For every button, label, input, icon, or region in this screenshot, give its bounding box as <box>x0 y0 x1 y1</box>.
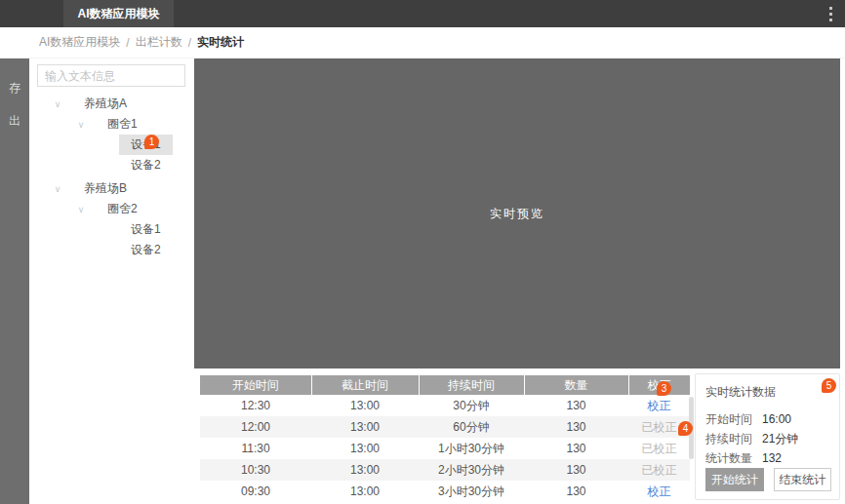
stats-table: 开始时间截止时间持续时间数量校正 12:3013:0030分钟130校正12:0… <box>200 375 690 502</box>
table-cell-correction: 已校正 <box>628 438 690 459</box>
table-cell: 130 <box>524 395 628 416</box>
stat-label: 持续时间 <box>705 431 752 447</box>
stats-panel-title: 实时统计数据 <box>705 384 831 401</box>
table-cell: 09:30 <box>200 481 311 502</box>
chevron-down-icon[interactable]: ∨ <box>51 184 64 194</box>
tree-node-label: 设备1 <box>119 219 173 240</box>
correct-link[interactable]: 校正 <box>648 399 671 412</box>
topbar: AI数猪应用模块 <box>0 0 845 27</box>
stat-row-count: 统计数量 132 <box>705 448 831 468</box>
table-row: 11:3013:001小时30分钟130已校正 <box>200 438 690 459</box>
tree-node-设备2[interactable]: 设备2 <box>29 240 194 260</box>
table-cell: 130 <box>524 481 628 502</box>
device-tree: ∨养殖场A∨圈舍1设备1设备2∨养殖场B∨圈舍2设备1设备2 <box>29 94 194 260</box>
table-cell: 13:00 <box>311 438 419 459</box>
live-preview-area: 实时预览 <box>194 58 840 368</box>
chevron-down-icon[interactable]: ∨ <box>74 120 88 130</box>
tree-node-养殖场A[interactable]: ∨养殖场A <box>29 94 194 114</box>
live-preview-label: 实时预览 <box>490 206 544 222</box>
table-cell: 1小时30分钟 <box>419 438 524 459</box>
annotation-badge-1: 1 <box>144 135 159 149</box>
table-cell-correction: 校正 <box>628 481 690 502</box>
tree-node-设备1[interactable]: 设备1 <box>29 219 194 240</box>
stat-row-start-time: 开始时间 16:00 <box>705 409 831 429</box>
stat-row-duration: 持续时间 21分钟 <box>705 429 831 448</box>
table-cell: 130 <box>524 459 628 481</box>
breadcrumb-separator: / <box>188 36 191 50</box>
left-rail: 存 出 <box>0 58 29 504</box>
tree-node-设备1[interactable]: 设备1 <box>29 135 194 155</box>
table-cell: 130 <box>524 438 628 459</box>
table-cell: 13:00 <box>311 416 419 438</box>
table-cell: 2小时30分钟 <box>419 459 524 481</box>
device-tree-panel: ∨养殖场A∨圈舍1设备1设备2∨养殖场B∨圈舍2设备1设备2 <box>29 58 194 504</box>
stat-value: 21分钟 <box>762 431 798 447</box>
table-row: 10:3013:002小时30分钟130已校正 <box>200 459 690 481</box>
annotation-badge-4: 4 <box>678 421 693 436</box>
breadcrumb-separator: / <box>126 36 129 50</box>
table-row: 09:3013:003小时30分钟130校正 <box>200 481 690 502</box>
tree-node-圈舍1[interactable]: ∨圈舍1 <box>29 114 194 135</box>
table-cell: 10:30 <box>200 459 311 481</box>
chevron-down-icon[interactable]: ∨ <box>74 205 88 214</box>
breadcrumb-item-current: 实时统计 <box>197 34 244 51</box>
stat-label: 开始时间 <box>705 411 752 428</box>
table-cell: 30分钟 <box>419 395 524 416</box>
tree-node-label: 设备2 <box>119 155 173 175</box>
table-header-cell: 截止时间 <box>311 375 419 395</box>
table-header-cell: 持续时间 <box>419 375 524 395</box>
tree-node-label: 圈舍2 <box>96 199 149 219</box>
tree-node-label: 养殖场A <box>72 94 139 114</box>
chevron-down-icon[interactable]: ∨ <box>51 99 64 109</box>
table-row: 12:3013:0030分钟130校正 <box>200 395 690 416</box>
tree-node-圈舍2[interactable]: ∨圈舍2 <box>29 199 194 219</box>
app-window: AI数猪应用模块 AI数猪应用模块 / 出栏计数 / 实时统计 存 出 ∨养殖场… <box>0 0 845 504</box>
table-header-cell: 开始时间 <box>200 375 311 395</box>
corrected-label: 已校正 <box>642 463 677 477</box>
table-cell-correction: 校正 <box>628 395 690 416</box>
table-cell: 12:30 <box>200 395 311 416</box>
rail-item-cun[interactable]: 存 <box>9 80 20 97</box>
tab-ai-pig-module[interactable]: AI数猪应用模块 <box>63 0 174 27</box>
stat-label: 统计数量 <box>705 450 752 467</box>
table-cell-correction: 已校正 <box>628 459 690 481</box>
tree-node-养殖场B[interactable]: ∨养殖场B <box>29 178 194 199</box>
annotation-badge-5: 5 <box>822 378 836 393</box>
breadcrumb-item-module[interactable]: AI数猪应用模块 <box>39 34 120 51</box>
start-counting-button[interactable]: 开始统计 <box>705 468 764 491</box>
table-cell: 3小时30分钟 <box>419 481 524 502</box>
table-header-row: 开始时间截止时间持续时间数量校正 <box>200 375 690 395</box>
table-header-cell: 数量 <box>524 375 628 395</box>
stats-table-wrap: 开始时间截止时间持续时间数量校正 12:3013:0030分钟130校正12:0… <box>200 375 690 504</box>
correct-link[interactable]: 校正 <box>648 485 671 498</box>
search-input[interactable] <box>37 64 185 87</box>
end-counting-button[interactable]: 结束统计 <box>774 468 832 491</box>
breadcrumb-item-counting[interactable]: 出栏计数 <box>136 34 182 51</box>
table-cell: 11:30 <box>200 438 311 459</box>
table-cell: 60分钟 <box>419 416 524 438</box>
stat-value: 16:00 <box>762 412 791 426</box>
table-cell: 13:00 <box>311 481 419 502</box>
tree-node-label: 设备2 <box>119 240 173 260</box>
tree-node-label: 圈舍1 <box>96 114 149 135</box>
rail-item-chu[interactable]: 出 <box>9 113 20 130</box>
stats-button-row: 开始统计 结束统计 <box>705 468 831 491</box>
tree-node-设备2[interactable]: 设备2 <box>29 155 194 175</box>
table-cell: 130 <box>524 416 628 438</box>
tree-node-label: 养殖场B <box>72 178 139 199</box>
table-cell: 12:00 <box>200 416 311 438</box>
table-cell: 13:00 <box>311 459 419 481</box>
stat-value: 132 <box>762 451 782 465</box>
annotation-badge-3: 3 <box>657 381 671 396</box>
table-row: 12:0013:0060分钟130已校正 <box>200 416 690 438</box>
realtime-stats-panel: 实时统计数据 开始时间 16:00 持续时间 21分钟 统计数量 132 开始统… <box>695 373 840 500</box>
table-cell: 13:00 <box>311 395 419 416</box>
corrected-label: 已校正 <box>642 420 677 434</box>
corrected-label: 已校正 <box>642 442 677 455</box>
kebab-menu-icon[interactable] <box>828 6 833 22</box>
breadcrumb: AI数猪应用模块 / 出栏计数 / 实时统计 <box>0 27 845 58</box>
